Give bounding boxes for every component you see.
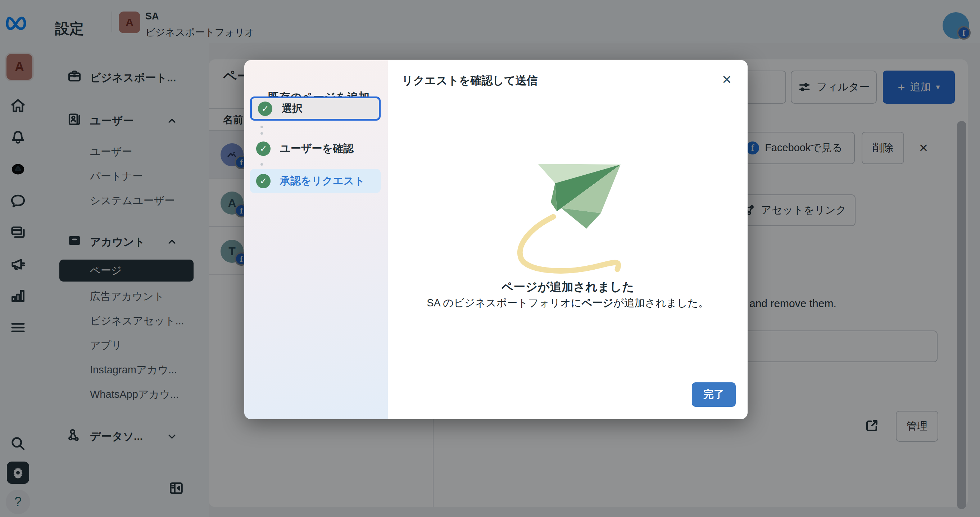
check-glyph: ✓: [262, 104, 269, 114]
check-glyph: ✓: [260, 144, 267, 154]
modal-close-icon[interactable]: ✕: [718, 70, 736, 89]
close-glyph: ✕: [722, 72, 732, 87]
success-heading: ページが追加されました: [388, 279, 748, 295]
step-select[interactable]: ✓ 選択: [250, 96, 381, 121]
step-confirm-users[interactable]: ✓ ユーザーを確認: [250, 139, 381, 159]
done-label: 完了: [703, 388, 724, 402]
modal-steps-panel: 既存のページを追加 ✓ 選択 ✓ ユーザーを確認 ✓: [244, 60, 388, 419]
add-page-modal: 既存のページを追加 ✓ 選択 ✓ ユーザーを確認 ✓: [244, 60, 748, 419]
step-check-icon: ✓: [256, 174, 270, 188]
step-check-icon: ✓: [256, 142, 270, 156]
done-button[interactable]: 完了: [692, 382, 736, 407]
check-glyph: ✓: [260, 176, 267, 186]
success-bold: ページ: [581, 297, 613, 308]
app-window: 設定 A SA ビジネスポートフォリオ f A: [0, 0, 980, 517]
modal-body: リクエストを確認して送信 ✕ ページが追加されました SA のビジネスポートフォ…: [388, 60, 748, 419]
success-suffix: が追加されました。: [613, 297, 709, 308]
success-prefix: SA のビジネスポートフォリオに: [427, 297, 581, 308]
step-label: 承認をリクエスト: [280, 174, 365, 188]
step-request-approval[interactable]: ✓ 承認をリクエスト: [250, 169, 381, 193]
success-subtext: SA のビジネスポートフォリオにページが追加されました。: [388, 296, 748, 310]
step-label: 選択: [282, 102, 302, 116]
modal-title: リクエストを確認して送信: [402, 73, 538, 88]
step-label: ユーザーを確認: [280, 142, 354, 156]
step-check-icon: ✓: [258, 102, 272, 116]
paper-plane-illustration: [510, 155, 625, 277]
